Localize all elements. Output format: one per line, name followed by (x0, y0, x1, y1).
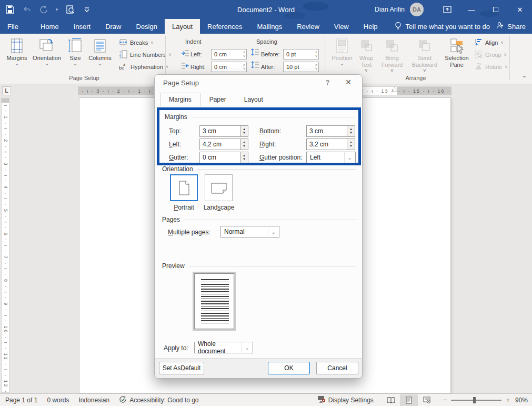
zoom-out-button[interactable]: − (443, 396, 447, 404)
chevron-down-icon: ˅ (500, 40, 503, 45)
portrait-option[interactable] (170, 174, 198, 201)
dialog-tab-paper[interactable]: Paper (200, 93, 235, 106)
spacing-before-input[interactable]: 0 pt ˄˅ (283, 49, 319, 60)
read-mode-icon (387, 397, 395, 403)
indent-right-input[interactable]: 0 cm ˄˅ (211, 62, 247, 72)
gutter-label: Gutter: (169, 154, 188, 161)
dialog-help-icon[interactable]: ? (326, 78, 329, 86)
zoom-slider[interactable] (451, 400, 501, 401)
page-setup-group-label: Page Setup (53, 75, 116, 81)
language-indicator[interactable]: Indonesian (78, 397, 109, 404)
portrait-icon (178, 180, 190, 196)
chevron-down-icon: ⌄ (268, 226, 276, 237)
indent-right-label: Right: (190, 64, 206, 70)
size-button[interactable]: Size ⌄ (65, 37, 85, 74)
avatar[interactable]: DA (410, 3, 424, 16)
svg-text:a-: a- (123, 63, 127, 66)
tab-mailings[interactable]: Mailings (250, 19, 290, 34)
orientation-button[interactable]: Orientation ⌄ (31, 37, 63, 74)
bottom-label: Bottom: (259, 127, 281, 135)
columns-button[interactable]: Columns ⌄ (86, 37, 114, 74)
apply-to-dropdown[interactable]: Whole document ⌄ (194, 342, 253, 353)
rotate-icon (475, 63, 483, 72)
tab-home[interactable]: Home (33, 19, 66, 34)
tab-references[interactable]: References (200, 19, 249, 34)
tab-layout[interactable]: Layout (165, 19, 200, 34)
breaks-button[interactable]: Breaks ˅ (119, 38, 154, 47)
hyphenation-button[interactable]: bca- Hyphenation ˅ (119, 62, 168, 72)
pages-section-label: Pages (162, 216, 180, 223)
read-mode-button[interactable] (382, 394, 400, 406)
align-button[interactable]: Align ˅ (475, 38, 504, 47)
spinner-icons[interactable]: ˄˅ (315, 62, 317, 72)
line-numbers-button[interactable]: 123 Line Numbers ˅ (119, 50, 172, 60)
tab-view[interactable]: View (327, 19, 356, 34)
group-icon (475, 51, 483, 60)
ribbon-display-options-icon[interactable] (435, 0, 459, 19)
tab-draw[interactable]: Draw (98, 19, 128, 34)
margins-section-label: Margins (165, 113, 187, 121)
section-rule (184, 220, 356, 220)
collapse-ribbon-icon[interactable]: ⌃ (522, 75, 527, 82)
indent-left-input[interactable]: 0 cm ˄˅ (211, 49, 247, 60)
zoom-slider-thumb[interactable] (473, 397, 476, 403)
tell-me-box[interactable]: Tell me what you want to do (395, 19, 490, 34)
wrap-text-icon (359, 37, 374, 55)
tab-file[interactable]: File (0, 19, 26, 34)
ok-button[interactable]: OK (268, 362, 310, 374)
web-layout-button[interactable] (418, 394, 436, 406)
accessibility-status[interactable]: Accessibility: Good to go (119, 395, 198, 405)
spacing-after-input[interactable]: 10 pt ˄˅ (283, 62, 319, 72)
chevron-down-icon: ⌄ (344, 152, 352, 163)
maximize-button[interactable] (484, 0, 508, 19)
group-divider (165, 36, 166, 80)
spinner[interactable]: ▲▼ (347, 138, 355, 150)
send-backward-icon (417, 37, 432, 55)
multiple-pages-dropdown[interactable]: Normal ⌄ (220, 226, 279, 237)
zoom-level[interactable]: 90% (510, 397, 528, 404)
print-layout-button[interactable] (400, 394, 418, 406)
tab-review[interactable]: Review (289, 19, 327, 34)
minimize-button[interactable]: — (459, 0, 484, 19)
display-settings-button[interactable]: Display Settings (317, 395, 374, 404)
spinner[interactable]: ▲▼ (240, 125, 248, 137)
dialog-tab-layout[interactable]: Layout (235, 93, 272, 106)
send-backward-button: Send Backward ˅ (408, 37, 441, 74)
spinner-icons[interactable]: ˄˅ (315, 49, 317, 59)
word-count[interactable]: 0 words (47, 397, 69, 404)
spinner-icons[interactable]: ˄˅ (243, 62, 245, 72)
dialog-tab-margins[interactable]: Margins (160, 93, 200, 106)
page-indicator[interactable]: Page 1 of 1 (5, 397, 37, 404)
spinner-icons[interactable]: ˄˅ (243, 49, 245, 59)
landscape-option[interactable] (205, 174, 233, 201)
top-label: Top: (169, 127, 181, 135)
tab-insert[interactable]: Insert (66, 19, 98, 34)
apply-to-label: Apply to: (164, 344, 188, 352)
vertical-ruler[interactable]: ı · 1 · ı · 2 · ı · 3 · ı · 4 · ı · 5 · … (1, 98, 9, 393)
section-rule (197, 169, 356, 170)
tab-stop-selector[interactable]: L (2, 86, 11, 95)
rotate-button: Rotate ˅ (475, 62, 508, 72)
spinner[interactable]: ▲▼ (240, 138, 248, 150)
vertical-ruler-numbers: ı · 1 · ı · 2 · ı · 3 · ı · 4 · ı · 5 · … (3, 105, 8, 392)
zoom-in-button[interactable]: + (506, 396, 510, 404)
preview-text-lines (201, 279, 229, 323)
dialog-close-icon[interactable]: ✕ (345, 78, 352, 86)
tab-help[interactable]: Help (356, 19, 385, 34)
preview-page (194, 273, 234, 329)
chevron-down-icon: ˅ (166, 64, 168, 70)
tab-design[interactable]: Design (129, 19, 165, 34)
gutter-position-dropdown[interactable]: Left ⌄ (306, 152, 356, 163)
wrap-text-button: Wrap Text ˅ (357, 37, 376, 74)
share-button[interactable]: Share (496, 19, 526, 34)
user-name[interactable]: Dian Arifin (375, 6, 405, 13)
cancel-button[interactable]: Cancel (316, 362, 358, 374)
spinner[interactable]: ▲▼ (240, 152, 248, 163)
close-button[interactable]: ✕ (508, 0, 532, 19)
set-as-default-button[interactable]: Set As Default (159, 362, 204, 374)
dialog-tabs: Margins Paper Layout (160, 93, 272, 106)
spinner[interactable]: ▲▼ (347, 125, 355, 137)
web-layout-icon (423, 397, 430, 403)
margins-button[interactable]: Margins ⌄ (4, 37, 29, 74)
line-numbers-icon: 123 (119, 50, 127, 60)
